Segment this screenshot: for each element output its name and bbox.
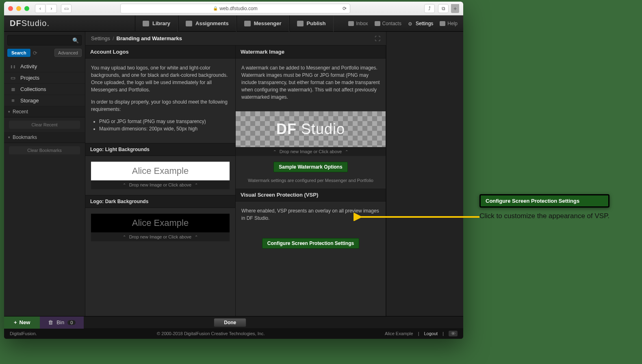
logos-req-1: PNG or JPG format (PNG may use transpare… bbox=[99, 118, 230, 125]
library-icon bbox=[143, 21, 149, 26]
watermark-header: Watermark Image bbox=[236, 46, 386, 58]
sidebar: 🔍 Search ⟳ Advanced ⫾⫾Activity ▭Projects… bbox=[4, 32, 85, 316]
browser-chrome: ‹ › ▭ 🔒 web.dfstudio.com ⟳ ⤴ ⧉ + bbox=[4, 2, 463, 15]
help-icon bbox=[440, 21, 445, 26]
clear-recent-button[interactable]: Clear Recent bbox=[9, 121, 80, 129]
projects-icon: ▭ bbox=[10, 75, 16, 81]
breadcrumb-root[interactable]: Settings bbox=[91, 35, 110, 41]
done-button[interactable]: Done bbox=[214, 318, 246, 327]
messenger-icon bbox=[244, 21, 251, 26]
app-header: DFStudio. Library Assignments Messenger … bbox=[4, 15, 463, 32]
storage-icon: ≡ bbox=[10, 98, 16, 104]
inbox-icon bbox=[348, 21, 354, 26]
nav-assignments[interactable]: Assignments bbox=[178, 15, 236, 32]
callout-text: Click to customize the appearance of VSP… bbox=[479, 212, 609, 221]
logos-desc-2: In order to display properly, your logo … bbox=[91, 98, 230, 113]
share-button[interactable]: ⤴ bbox=[424, 4, 435, 13]
dark-logo-preview[interactable]: Alice Example bbox=[91, 214, 230, 232]
light-logo-preview[interactable]: Alice Example bbox=[91, 162, 230, 180]
gear-icon: ⚙ bbox=[408, 21, 414, 26]
back-button[interactable]: ‹ bbox=[35, 4, 46, 13]
logos-desc-1: You may upload two logos, one for white … bbox=[91, 64, 230, 93]
footer-username: Alice Example bbox=[385, 331, 413, 336]
sidebar-projects[interactable]: ▭Projects bbox=[4, 72, 85, 84]
plus-icon: + bbox=[14, 319, 17, 325]
header-help[interactable]: Help bbox=[440, 21, 458, 26]
sidebar-collections[interactable]: ≣Collections bbox=[4, 84, 85, 95]
nav-library[interactable]: Library bbox=[135, 15, 178, 32]
window-close-icon[interactable] bbox=[8, 6, 13, 11]
assignments-icon bbox=[186, 21, 192, 26]
app-logo: DFStudio. bbox=[10, 19, 50, 28]
nav-messenger[interactable]: Messenger bbox=[236, 15, 289, 32]
search-button[interactable]: Search bbox=[7, 49, 30, 57]
breadcrumb-current: Branding and Watermarks bbox=[117, 35, 182, 41]
collections-icon: ≣ bbox=[10, 87, 16, 92]
callout-button-copy: Configure Screen Protection Settings bbox=[479, 194, 609, 208]
watermark-preview[interactable]: DF Studio bbox=[236, 111, 386, 147]
new-button[interactable]: +New bbox=[4, 316, 40, 329]
new-tab-button[interactable]: + bbox=[451, 4, 459, 13]
bottom-toolbar: +New 🗑Bin0 Done bbox=[4, 316, 463, 328]
watermark-panel: Watermark Image A watermark can be added… bbox=[236, 46, 386, 316]
search-input[interactable]: 🔍 bbox=[7, 35, 82, 46]
clear-bookmarks-button[interactable]: Clear Bookmarks bbox=[9, 146, 80, 154]
breadcrumb: Settings / Branding and Watermarks ⛶ bbox=[85, 32, 386, 46]
vsp-desc: Where enabled, VSP presents an overlay o… bbox=[241, 207, 380, 222]
url-text: web.dfstudio.com bbox=[219, 6, 257, 11]
window-minimize-icon[interactable] bbox=[16, 6, 21, 11]
advanced-button[interactable]: Advanced bbox=[54, 49, 82, 57]
header-inbox[interactable]: Inbox bbox=[348, 21, 368, 26]
status-bar: DigitalFusion. © 2000-2018 DigitalFusion… bbox=[4, 328, 463, 339]
logos-req-2: Maximum dimensions: 200px wide, 50px hig… bbox=[99, 125, 230, 132]
watermark-drop-hint[interactable]: Drop new Image or Click above bbox=[236, 147, 386, 156]
window-zoom-icon[interactable] bbox=[24, 6, 29, 11]
activity-icon: ⫾⫾ bbox=[10, 64, 16, 69]
footer-copyright: © 2000-2018 DigitalFusion Creative Techn… bbox=[157, 331, 265, 336]
account-logos-panel: Account Logos You may upload two logos, … bbox=[85, 46, 236, 316]
preview-mode-icon[interactable]: 👁 bbox=[449, 331, 458, 336]
vsp-header: Visual Screen Protection (VSP) bbox=[236, 188, 386, 202]
light-logo-drop-hint[interactable]: Drop new Image or Click above bbox=[91, 180, 230, 189]
logout-link[interactable]: Logout bbox=[424, 331, 438, 336]
sidebar-toggle-button[interactable]: ▭ bbox=[61, 4, 72, 13]
watermark-desc: A watermark can be added to Messenger an… bbox=[241, 64, 380, 101]
right-sidebar bbox=[386, 32, 463, 316]
expand-icon[interactable]: ⛶ bbox=[375, 35, 380, 42]
lock-icon: 🔒 bbox=[213, 6, 218, 11]
configure-vsp-button[interactable]: Configure Screen Protection Settings bbox=[262, 238, 359, 249]
bin-button[interactable]: 🗑Bin0 bbox=[40, 316, 84, 329]
dark-logo-drop-hint[interactable]: Drop new Image or Click above bbox=[91, 232, 230, 241]
sample-watermark-button[interactable]: Sample Watermark Options bbox=[273, 162, 347, 172]
sidebar-recent-header[interactable]: Recent bbox=[4, 106, 85, 117]
dark-logo-header: Logo: Dark Backgrounds bbox=[85, 195, 235, 208]
light-logo-header: Logo: Light Backgrounds bbox=[85, 143, 235, 156]
annotation-callout: Configure Screen Protection Settings Cli… bbox=[479, 194, 609, 221]
tabs-button[interactable]: ⧉ bbox=[438, 4, 449, 13]
refresh-icon[interactable]: ⟳ bbox=[33, 50, 37, 56]
header-contacts[interactable]: Contacts bbox=[375, 21, 401, 26]
account-logos-header: Account Logos bbox=[85, 46, 235, 58]
nav-publish[interactable]: Publish bbox=[289, 15, 334, 32]
forward-button[interactable]: › bbox=[46, 4, 57, 13]
bin-count: 0 bbox=[67, 320, 76, 325]
search-icon: 🔍 bbox=[72, 37, 79, 43]
sidebar-storage[interactable]: ≡Storage bbox=[4, 95, 85, 106]
reload-icon[interactable]: ⟳ bbox=[343, 6, 347, 11]
sidebar-activity[interactable]: ⫾⫾Activity bbox=[4, 61, 85, 72]
bin-icon: 🗑 bbox=[48, 319, 53, 325]
contacts-icon bbox=[375, 21, 380, 26]
sidebar-bookmarks-header[interactable]: Bookmarks bbox=[4, 132, 85, 143]
watermark-note: Watermark settings are configured per Me… bbox=[236, 178, 386, 183]
header-settings[interactable]: ⚙Settings bbox=[408, 21, 433, 26]
publish-icon bbox=[297, 21, 304, 26]
footer-brand: DigitalFusion. bbox=[10, 331, 37, 336]
address-bar[interactable]: 🔒 web.dfstudio.com ⟳ bbox=[120, 4, 350, 13]
